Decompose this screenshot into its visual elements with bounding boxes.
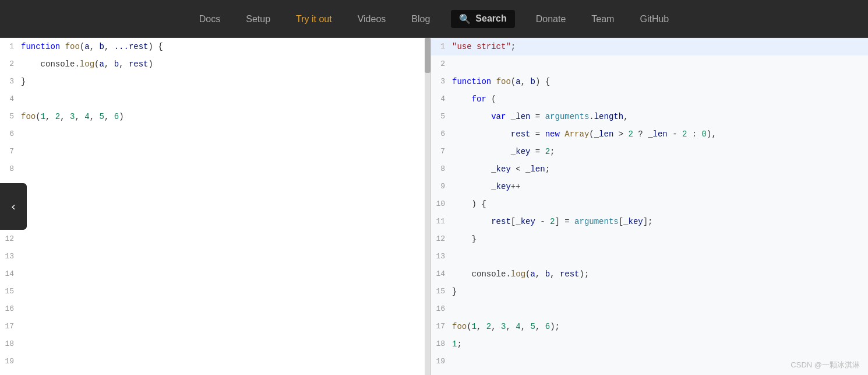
table-row: 19	[0, 353, 431, 370]
navbar: Docs Setup Try it out Videos Blog 🔍 Sear…	[0, 0, 868, 38]
table-row: 6	[0, 125, 431, 143]
line-number: 15	[431, 283, 452, 300]
line-number: 13	[431, 248, 452, 265]
line-number: 7	[0, 143, 21, 160]
line-number: 8	[0, 160, 21, 178]
scrollbar-track[interactable]	[425, 38, 431, 375]
line-number: 18	[0, 335, 21, 353]
line-content: ) {	[452, 195, 868, 213]
nav-github[interactable]: GitHub	[627, 0, 682, 38]
nav-team[interactable]: Team	[578, 0, 627, 38]
table-row: 14 console.log(a, b, rest);	[431, 265, 868, 283]
chevron-left-icon: ‹	[10, 199, 17, 213]
line-number: 17	[431, 318, 452, 335]
nav-videos[interactable]: Videos	[345, 0, 399, 38]
line-number: 12	[0, 230, 21, 248]
line-number: 11	[431, 213, 452, 230]
line-content: console.log(a, b, rest)	[21, 55, 431, 73]
table-row: 7 _key = 2;	[431, 143, 868, 160]
line-number: 7	[431, 143, 452, 160]
line-number: 5	[431, 108, 452, 125]
table-row: 5 var _len = arguments.length,	[431, 108, 868, 125]
line-content: function foo(a, b) {	[452, 73, 868, 90]
table-row: 15}	[431, 283, 868, 300]
nav-try-it-out[interactable]: Try it out	[283, 0, 345, 38]
nav-blog[interactable]: Blog	[398, 0, 443, 38]
line-number: 19	[0, 353, 21, 370]
line-number: 2	[431, 55, 452, 73]
right-code-area: 1"use strict";23function foo(a, b) {4 fo…	[431, 38, 868, 370]
table-row: 16	[431, 300, 868, 318]
left-code-area: 1function foo(a, b, ...rest) {2 console.…	[0, 38, 431, 370]
table-row: 3}	[0, 73, 431, 90]
line-content: _key < _len;	[452, 160, 868, 178]
line-number: 4	[0, 90, 21, 108]
line-number: 5	[0, 108, 21, 125]
line-content: _key++	[452, 178, 868, 195]
table-row: 18	[0, 335, 431, 353]
table-row: 17foo(1, 2, 3, 4, 5, 6);	[431, 318, 868, 335]
watermark: CSDN @一颗冰淇淋	[791, 360, 860, 370]
line-content: foo(1, 2, 3, 4, 5, 6)	[21, 108, 431, 125]
line-number: 14	[431, 265, 452, 283]
search-bar[interactable]: 🔍 Search	[451, 10, 514, 28]
table-row: 4	[0, 90, 431, 108]
line-content: console.log(a, b, rest);	[452, 265, 868, 283]
line-content: var _len = arguments.length,	[452, 108, 868, 125]
table-row: 181;	[431, 335, 868, 353]
line-content: rest[_key - 2] = arguments[_key];	[452, 213, 868, 230]
table-row: 13	[0, 248, 431, 265]
search-icon: 🔍	[459, 13, 471, 24]
line-number: 6	[0, 125, 21, 143]
nav-donate[interactable]: Donate	[523, 0, 579, 38]
line-content: 1;	[452, 335, 868, 353]
line-number: 18	[431, 335, 452, 353]
line-number: 3	[431, 73, 452, 90]
table-row: 14	[0, 265, 431, 283]
table-row: 1function foo(a, b, ...rest) {	[0, 38, 431, 55]
line-content: }	[21, 73, 431, 90]
search-label: Search	[475, 13, 506, 24]
table-row: 9	[0, 178, 431, 195]
table-row: 1"use strict";	[431, 38, 868, 55]
line-number: 14	[0, 265, 21, 283]
table-row: 4 for (	[431, 90, 868, 108]
line-number: 9	[431, 178, 452, 195]
table-row: 15	[0, 283, 431, 300]
left-arrow-button[interactable]: ‹	[0, 183, 27, 230]
table-row: 10	[0, 195, 431, 213]
line-number: 6	[431, 125, 452, 143]
table-row: 11 rest[_key - 2] = arguments[_key];	[431, 213, 868, 230]
table-row: 3function foo(a, b) {	[431, 73, 868, 90]
line-content: foo(1, 2, 3, 4, 5, 6);	[452, 318, 868, 335]
table-row: 13	[431, 248, 868, 265]
line-number: 12	[431, 230, 452, 248]
table-row: 10 ) {	[431, 195, 868, 213]
line-number: 15	[0, 283, 21, 300]
table-row: 5foo(1, 2, 3, 4, 5, 6)	[0, 108, 431, 125]
scrollbar-thumb[interactable]	[425, 38, 431, 73]
line-number: 17	[0, 318, 21, 335]
line-content: function foo(a, b, ...rest) {	[21, 38, 431, 55]
line-number: 4	[431, 90, 452, 108]
table-row: 7	[0, 143, 431, 160]
line-number: 2	[0, 55, 21, 73]
nav-docs[interactable]: Docs	[186, 0, 233, 38]
table-row: 9 _key++	[431, 178, 868, 195]
nav-setup[interactable]: Setup	[233, 0, 283, 38]
table-row: 17	[0, 318, 431, 335]
table-row: 12	[0, 230, 431, 248]
main-content: 1function foo(a, b, ...rest) {2 console.…	[0, 38, 868, 375]
line-number: 19	[431, 353, 452, 370]
table-row: 6 rest = new Array(_len > 2 ? _len - 2 :…	[431, 125, 868, 143]
table-row: 8 _key < _len;	[431, 160, 868, 178]
table-row: 12 }	[431, 230, 868, 248]
line-number: 8	[431, 160, 452, 178]
table-row: 11	[0, 213, 431, 230]
line-number: 10	[431, 195, 452, 213]
table-row: 2 console.log(a, b, rest)	[0, 55, 431, 73]
line-content: "use strict";	[452, 38, 868, 55]
line-content: rest = new Array(_len > 2 ? _len - 2 : 0…	[452, 125, 868, 143]
line-content: }	[452, 283, 868, 300]
right-code-panel: 1"use strict";23function foo(a, b) {4 fo…	[431, 38, 868, 375]
